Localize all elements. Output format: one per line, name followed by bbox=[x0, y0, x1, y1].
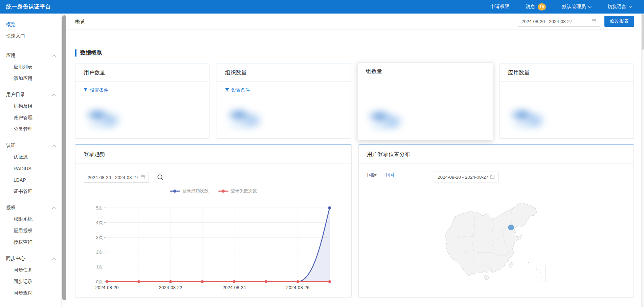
nav-apply-permission-label: 申请权限 bbox=[490, 4, 509, 10]
redacted-count-value bbox=[367, 109, 404, 131]
caret-down-icon bbox=[588, 4, 592, 8]
login-location-marker[interactable] bbox=[508, 225, 514, 231]
map-date-range-value: 2024-08-20 - 2024-08-27 bbox=[438, 175, 488, 180]
sidebar-item-app-authorization-label: 应用授权 bbox=[14, 228, 32, 234]
map-date-range-picker[interactable]: 2024-08-20 - 2024-08-27 bbox=[434, 172, 498, 182]
nav-admin[interactable]: 默认管理员 bbox=[562, 4, 591, 10]
sidebar-item-radius-label: RADIUS bbox=[14, 166, 31, 171]
sidebar-group-authorization-label: 授权 bbox=[6, 205, 16, 211]
sidebar-item-auth-source-label: 认证源 bbox=[14, 154, 28, 160]
set-conditions-link[interactable]: 设置条件 bbox=[84, 87, 108, 93]
app-title: 统一身份认证平台 bbox=[6, 3, 51, 10]
sidebar-item-org-and-group[interactable]: 机构及组 bbox=[0, 101, 61, 112]
sidebar-item-category-management-label: 分类管理 bbox=[14, 126, 32, 132]
card-org-count: 组织数量设置条件 bbox=[217, 64, 351, 139]
message-count-badge: 15 bbox=[538, 3, 546, 10]
map-tab-china[interactable]: 中国 bbox=[384, 172, 394, 178]
sidebar-item-cert-management[interactable]: 证书管理 bbox=[0, 186, 61, 197]
nav-messages[interactable]: 消息15 bbox=[526, 3, 546, 10]
content-topbar: 概览 2024-08-20 - 2024-08-27 修改报表 bbox=[67, 14, 644, 29]
svg-text:2次: 2次 bbox=[96, 249, 103, 255]
sidebar-item-account-management[interactable]: 账户管理 bbox=[0, 112, 61, 124]
legend-item-fail[interactable]: 登录失败次数 bbox=[218, 188, 257, 194]
sidebar-group-application[interactable]: 应用 bbox=[0, 50, 61, 61]
legend-marker-icon bbox=[170, 190, 180, 193]
sidebar-group-audit[interactable]: 审计 bbox=[0, 304, 61, 307]
sidebar-item-quick-start[interactable]: 快速入门 bbox=[0, 30, 61, 42]
sidebar-item-add-app[interactable]: 添加应用 bbox=[0, 73, 61, 84]
sidebar-group-sync-center-label: 同步中心 bbox=[6, 256, 25, 262]
card-user-count: 用户数量设置条件 bbox=[75, 64, 209, 139]
set-conditions-link[interactable]: 设置条件 bbox=[225, 87, 250, 93]
set-conditions-label: 设置条件 bbox=[90, 87, 108, 93]
nav-language-label: 切换语言 bbox=[607, 4, 626, 10]
nav-apply-permission[interactable]: 申请权限 bbox=[490, 4, 509, 10]
sidebar-item-account-management-label: 账户管理 bbox=[14, 115, 32, 121]
redacted-count-value bbox=[509, 107, 547, 130]
svg-text:2024-08-22: 2024-08-22 bbox=[159, 285, 182, 290]
header-nav: 申请权限消息15默认管理员切换语言 bbox=[490, 3, 644, 10]
set-conditions-label: 设置条件 bbox=[231, 87, 250, 93]
sidebar-item-radius[interactable]: RADIUS bbox=[0, 163, 61, 174]
content-scrollbar-thumb[interactable] bbox=[62, 15, 66, 300]
sidebar-item-sync-query[interactable]: 同步查询 bbox=[0, 287, 61, 299]
funnel-icon bbox=[84, 88, 88, 93]
sidebar-group-authentication-label: 认证 bbox=[6, 142, 16, 149]
sidebar-item-ldap-label: LDAP bbox=[14, 177, 26, 183]
sidebar-item-authorization-query[interactable]: 授权查询 bbox=[0, 237, 61, 248]
search-icon[interactable] bbox=[157, 174, 165, 182]
calendar-icon[interactable] bbox=[140, 175, 145, 180]
card-group-count: 组数量 bbox=[357, 62, 493, 140]
top-header-bar: 统一身份认证平台 申请权限消息15默认管理员切换语言 bbox=[0, 0, 644, 14]
chevron-up-icon bbox=[52, 207, 55, 211]
app-window: 统一身份认证平台 申请权限消息15默认管理员切换语言 概览快速入门应用应用列表添… bbox=[0, 0, 644, 307]
legend-item-success[interactable]: 登录成功次数 bbox=[170, 188, 209, 194]
redacted-count-value bbox=[226, 107, 264, 130]
content-scrollbar-track[interactable] bbox=[62, 14, 67, 307]
sidebar-item-org-and-group-label: 机构及组 bbox=[14, 103, 32, 109]
trend-date-range-picker[interactable]: 2024-08-20 - 2024-08-27 bbox=[84, 172, 149, 183]
chevron-up-icon bbox=[52, 54, 55, 58]
calendar-icon[interactable] bbox=[592, 19, 596, 24]
redacted-count-value bbox=[84, 107, 122, 130]
login-location-title: 用户登录位置分布 bbox=[359, 145, 634, 163]
sidebar-divider bbox=[0, 45, 61, 45]
sidebar-group-sync-center[interactable]: 同步中心 bbox=[0, 253, 61, 264]
global-date-range-picker[interactable]: 2024-08-20 - 2024-08-27 bbox=[518, 16, 600, 27]
sidebar-group-authentication[interactable]: 认证 bbox=[0, 140, 61, 151]
trend-date-range-value: 2024-08-20 - 2024-08-27 bbox=[88, 175, 138, 180]
sidebar-group-user-directory-label: 用户目录 bbox=[6, 92, 25, 98]
sidebar-group-user-directory[interactable]: 用户目录 bbox=[0, 89, 61, 101]
sidebar-item-sync-record[interactable]: 同步记录 bbox=[0, 276, 61, 287]
edit-report-button[interactable]: 修改报表 bbox=[604, 16, 634, 27]
legend-marker-icon bbox=[218, 190, 228, 193]
sidebar-item-add-app-label: 添加应用 bbox=[14, 75, 32, 82]
date-range-value: 2024-08-20 - 2024-08-27 bbox=[521, 19, 572, 24]
map-tab-international[interactable]: 国际 bbox=[367, 172, 377, 178]
sidebar-item-permission-system-label: 权限系统 bbox=[14, 216, 32, 222]
sidebar-item-app-list[interactable]: 应用列表 bbox=[0, 61, 61, 73]
chevron-up-icon bbox=[52, 145, 55, 148]
sidebar-item-permission-system[interactable]: 权限系统 bbox=[0, 214, 61, 225]
sidebar-item-app-authorization[interactable]: 应用授权 bbox=[0, 225, 61, 237]
calendar-icon[interactable] bbox=[490, 174, 495, 180]
chevron-up-icon bbox=[52, 94, 55, 97]
sidebar-item-category-management[interactable]: 分类管理 bbox=[0, 124, 61, 135]
sidebar-item-cert-management-label: 证书管理 bbox=[14, 189, 32, 195]
window-scrollbar-track[interactable] bbox=[641, 14, 644, 307]
nav-admin-label: 默认管理员 bbox=[562, 4, 586, 10]
sidebar-item-ldap[interactable]: LDAP bbox=[0, 174, 61, 186]
sidebar-group-authorization[interactable]: 授权 bbox=[0, 202, 61, 214]
chart-legend: 登录成功次数登录失败次数 bbox=[75, 188, 351, 194]
sidebar-item-overview[interactable]: 概览 bbox=[0, 19, 61, 30]
chevron-up-icon bbox=[52, 258, 55, 261]
window-scrollbar-thumb[interactable] bbox=[642, 14, 644, 50]
svg-text:2024-08-26: 2024-08-26 bbox=[286, 285, 309, 290]
sidebar-item-sync-query-label: 同步查询 bbox=[14, 290, 32, 296]
sidebar-item-sync-task[interactable]: 同步任务 bbox=[0, 264, 61, 276]
data-overview-section-header: 数据概览 bbox=[75, 49, 102, 57]
sidebar-item-auth-source[interactable]: 认证源 bbox=[0, 151, 61, 163]
svg-text:1次: 1次 bbox=[96, 264, 103, 269]
nav-language[interactable]: 切换语言 bbox=[607, 4, 632, 10]
caret-down-icon bbox=[628, 4, 632, 8]
